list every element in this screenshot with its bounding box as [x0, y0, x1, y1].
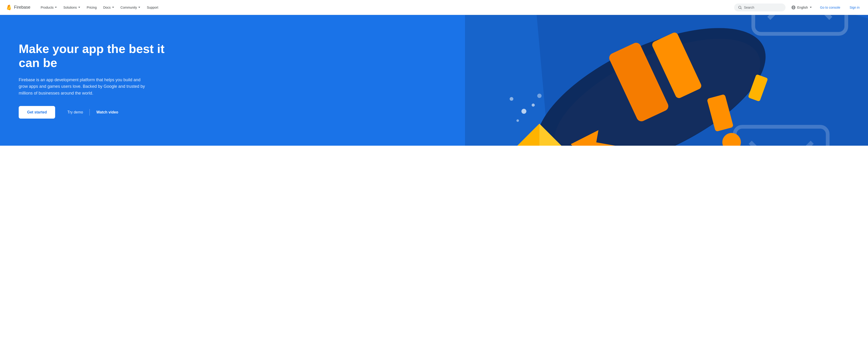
- hero-description: Firebase is an app development platform …: [19, 76, 150, 97]
- svg-rect-11: [753, 15, 846, 34]
- nav-products[interactable]: Products: [38, 4, 60, 11]
- svg-point-29: [531, 104, 535, 107]
- svg-point-30: [516, 119, 519, 122]
- svg-line-13: [750, 142, 812, 146]
- sign-in-button[interactable]: Sign in: [847, 4, 862, 11]
- nav-links: Products Solutions Pricing Docs Communit…: [38, 4, 734, 11]
- nav-solutions[interactable]: Solutions: [61, 4, 83, 11]
- try-demo-button[interactable]: Try demo: [62, 106, 89, 118]
- nav-docs[interactable]: Docs: [100, 4, 117, 11]
- firebase-logo[interactable]: Firebase: [6, 4, 30, 11]
- nav-community[interactable]: Community: [118, 4, 143, 11]
- svg-rect-18: [608, 41, 670, 123]
- go-to-console-button[interactable]: Go to console: [817, 4, 843, 11]
- svg-point-27: [522, 109, 526, 114]
- docs-chevron-icon: [112, 7, 114, 8]
- svg-point-16: [516, 15, 786, 146]
- svg-rect-19: [651, 31, 702, 99]
- hero-content: Make your app the best it can be Firebas…: [19, 42, 178, 118]
- svg-line-9: [769, 15, 831, 19]
- svg-rect-26: [748, 74, 768, 102]
- solutions-chevron-icon: [78, 7, 80, 8]
- svg-point-28: [509, 97, 513, 101]
- svg-marker-21: [502, 124, 539, 146]
- svg-line-10: [769, 15, 831, 19]
- svg-point-31: [537, 94, 541, 98]
- nav-pricing[interactable]: Pricing: [84, 4, 99, 11]
- nav-support[interactable]: Support: [144, 4, 161, 11]
- nav-right: Search English Go to console Sign in: [734, 3, 862, 11]
- svg-marker-20: [502, 124, 577, 146]
- search-icon: [738, 5, 742, 9]
- firebase-logo-icon: [6, 4, 12, 11]
- hero-section: Make your app the best it can be Firebas…: [0, 15, 868, 146]
- svg-point-17: [536, 15, 778, 146]
- products-chevron-icon: [55, 7, 57, 8]
- globe-icon: [791, 5, 796, 10]
- hero-title: Make your app the best it can be: [19, 42, 178, 70]
- language-label: English: [797, 6, 808, 9]
- svg-rect-15: [583, 133, 657, 146]
- svg-point-25: [722, 133, 741, 146]
- svg-rect-14: [735, 127, 828, 146]
- search-box[interactable]: Search: [734, 3, 785, 11]
- hero-actions: Get started Try demo Watch video: [19, 106, 178, 118]
- search-placeholder: Search: [744, 6, 754, 9]
- community-chevron-icon: [138, 7, 140, 8]
- svg-line-12: [750, 142, 812, 146]
- svg-rect-24: [707, 94, 734, 132]
- language-chevron-icon: [810, 7, 812, 8]
- logo-text: Firebase: [14, 5, 30, 10]
- svg-marker-23: [567, 126, 623, 146]
- get-started-button[interactable]: Get started: [19, 106, 55, 118]
- navbar: Firebase Products Solutions Pricing Docs…: [0, 0, 868, 15]
- watch-video-button[interactable]: Watch video: [91, 106, 124, 118]
- language-selector[interactable]: English: [789, 4, 813, 11]
